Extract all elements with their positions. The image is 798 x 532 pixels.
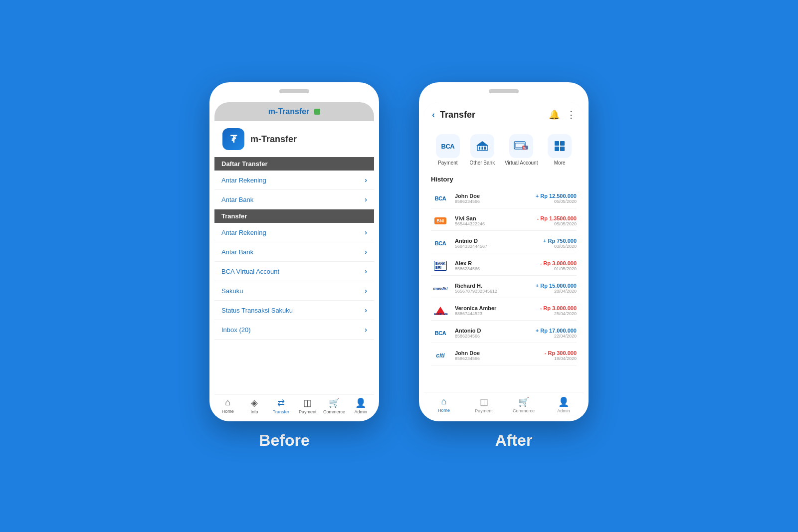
section-transfer: Transfer: [214, 209, 374, 223]
other-bank-icon-box: [470, 134, 494, 158]
history-item-0[interactable]: BCA John Doe 8586234566 + Rp 12.500.000 …: [431, 189, 577, 208]
history-item-7[interactable]: citi John Doe 8586234566 - Rp 300.000 19…: [431, 346, 577, 365]
transfer-option-other-bank[interactable]: Other Bank: [470, 134, 495, 166]
after-nav-commerce[interactable]: 🛒 Commerce: [504, 396, 544, 413]
history-amount-col: + Rp 15.000.000 28/04/2020: [536, 283, 577, 294]
before-label: Before: [190, 431, 379, 450]
chevron-icon: ›: [365, 195, 367, 203]
phone-notch-before: [279, 89, 309, 93]
svg-text:VA: VA: [523, 147, 526, 149]
svg-marker-1: [476, 141, 488, 146]
admin-icon: 👤: [355, 397, 366, 408]
notification-icon[interactable]: 🔔: [549, 109, 560, 120]
history-amount-col: - Rp 3.000.000 25/04/2020: [540, 305, 577, 316]
chevron-icon: ›: [365, 228, 367, 236]
before-topbar: m-Transfer: [214, 102, 374, 121]
svg-rect-2: [479, 147, 480, 150]
history-item-4[interactable]: mandiri Richard H. 56567879232345612 + R…: [431, 279, 577, 298]
before-header: ₮ m-Transfer: [214, 121, 374, 157]
m-transfer-icon: ₮: [222, 128, 244, 150]
before-header-title: m-Transfer: [250, 134, 297, 145]
history-info: Veronica Amber 88867444523: [455, 305, 535, 316]
history-info: Antnio D 5684332444567: [455, 238, 538, 249]
history-item-1[interactable]: BNI Vivi San 565444322246 - Rp 1.3500.00…: [431, 211, 577, 231]
after-label: After: [419, 431, 608, 450]
green-indicator: [314, 109, 320, 115]
nav-payment[interactable]: ◫ Payment: [294, 397, 321, 414]
history-amount-col: + Rp 12.500.000 05/05/2020: [536, 193, 577, 204]
after-phone: ‹ Transfer 🔔 ⋮ BCA Payment: [419, 82, 589, 421]
after-bottom-nav: ⌂ Home ◫ Payment 🛒 Commerce 👤 Admin: [424, 392, 584, 416]
chevron-icon: ›: [365, 176, 367, 184]
nav-commerce[interactable]: 🛒 Commerce: [321, 397, 347, 414]
menu-item-sakuku[interactable]: Sakuku ›: [214, 281, 374, 301]
after-nav-payment[interactable]: ◫ Payment: [464, 396, 504, 413]
menu-item-antar-rekening-2[interactable]: Antar Rekening ›: [214, 223, 374, 242]
nav-info[interactable]: ◈ Info: [241, 397, 267, 414]
section-daftar-transfer: Daftar Transfer: [214, 157, 374, 171]
bank-logo-bri: BANKBRI: [431, 259, 450, 272]
payment-icon: ◫: [303, 397, 312, 408]
bank-logo-citi: citi: [431, 349, 450, 362]
after-nav-admin[interactable]: 👤 Admin: [544, 396, 584, 413]
nav-transfer[interactable]: ⇄ Transfer: [268, 397, 294, 414]
history-item-2[interactable]: BCA Antnio D 5684332444567 + Rp 750.000 …: [431, 234, 577, 253]
before-bottom-nav: ⌂ Home ◈ Info ⇄ Transfer ◫ Payment: [214, 394, 374, 416]
svg-rect-3: [481, 147, 483, 150]
menu-item-antar-bank-1[interactable]: Antar Bank ›: [214, 190, 374, 209]
grid-icon: [554, 140, 566, 152]
bank-logo-bni: BNI: [431, 214, 450, 227]
chevron-icon: ›: [365, 248, 367, 256]
history-info: John Doe 8586234566: [455, 350, 540, 361]
menu-item-bca-va[interactable]: BCA Virtual Account ›: [214, 262, 374, 281]
history-list: BCA John Doe 8586234566 + Rp 12.500.000 …: [431, 189, 577, 365]
chevron-icon: ›: [365, 306, 367, 314]
admin-icon: 👤: [558, 396, 569, 407]
history-info: John Doe 8586234566: [455, 193, 531, 204]
svg-rect-11: [560, 141, 565, 146]
home-icon: ⌂: [225, 397, 230, 408]
bank-logo-bca: BCA: [431, 192, 450, 205]
more-options-icon[interactable]: ⋮: [567, 109, 576, 120]
svg-rect-13: [560, 147, 565, 151]
back-button[interactable]: ‹: [432, 110, 435, 120]
nav-admin[interactable]: 👤 Admin: [348, 397, 374, 414]
transfer-option-payment[interactable]: BCA Payment: [436, 134, 460, 166]
before-menu: Daftar Transfer Antar Rekening › Antar B…: [214, 157, 374, 394]
card-icon: VA: [514, 140, 529, 152]
after-nav-home[interactable]: ⌂ Home: [424, 396, 464, 413]
nav-home[interactable]: ⌂ Home: [214, 397, 241, 414]
svg-rect-12: [555, 147, 559, 151]
history-item-6[interactable]: BCA Antonio D 8586234566 + Rp 17.000.000…: [431, 324, 577, 343]
payment-icon: ◫: [480, 396, 488, 407]
before-screen: m-Transfer ₮ m-Transfer Daftar Transfer …: [214, 102, 374, 416]
payment-icon-box: BCA: [436, 134, 460, 158]
bank-logo-bca: BCA: [431, 237, 450, 250]
bank-logo-mandiri: mandiri: [431, 282, 450, 295]
history-info: Alex R 8586234566: [455, 260, 535, 271]
bank-logo-bca: BCA: [431, 327, 450, 340]
history-label: History: [431, 176, 577, 183]
menu-item-status[interactable]: Status Transaksi Sakuku ›: [214, 301, 374, 320]
menu-item-inbox[interactable]: Inbox (20) ›: [214, 320, 374, 340]
svg-rect-4: [484, 147, 486, 150]
history-amount-col: - Rp 3.000.000 01/05/2020: [540, 260, 577, 271]
transfer-icon: ⇄: [277, 397, 285, 408]
commerce-icon: 🛒: [329, 397, 340, 408]
history-amount-col: - Rp 300.000 19/04/2020: [545, 350, 577, 361]
history-info: Richard H. 56567879232345612: [455, 283, 531, 294]
transfer-option-more[interactable]: More: [548, 134, 572, 166]
before-phone: m-Transfer ₮ m-Transfer Daftar Transfer …: [209, 82, 379, 421]
history-item-5[interactable]: BANK MEGA Veronica Amber 88867444523 - R…: [431, 301, 577, 321]
menu-item-antar-rekening-1[interactable]: Antar Rekening ›: [214, 171, 374, 190]
chevron-icon: ›: [365, 267, 367, 275]
menu-item-antar-bank-2[interactable]: Antar Bank ›: [214, 242, 374, 262]
after-topbar: ‹ Transfer 🔔 ⋮: [424, 102, 584, 125]
more-icon-box: [548, 134, 572, 158]
commerce-icon: 🛒: [518, 396, 529, 407]
virtual-account-icon-box: VA: [509, 134, 533, 158]
history-info: Vivi San 565444322246: [455, 215, 532, 226]
history-item-3[interactable]: BANKBRI Alex R 8586234566 - Rp 3.000.000…: [431, 256, 577, 276]
chevron-icon: ›: [365, 287, 367, 295]
transfer-option-virtual-account[interactable]: VA Virtual Account: [505, 134, 538, 166]
